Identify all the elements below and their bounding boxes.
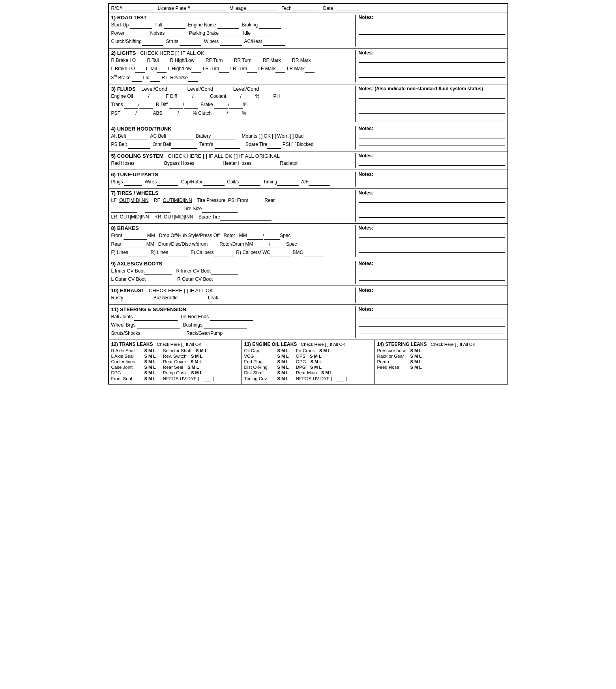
battery-field[interactable]: [211, 134, 236, 140]
plugs-field[interactable]: [124, 180, 142, 186]
coolant-cond[interactable]: [242, 95, 255, 100]
psf-cond[interactable]: [137, 112, 151, 117]
lf-mark-field[interactable]: [275, 67, 285, 73]
r-highlow-field[interactable]: [195, 59, 204, 64]
struts-field[interactable]: [180, 40, 201, 46]
lights-note2[interactable]: [359, 64, 505, 70]
lf-turn-field[interactable]: [219, 67, 229, 73]
r-lines-field[interactable]: [168, 251, 188, 256]
rear-brake-mm-field[interactable]: [123, 243, 146, 248]
abs-cond[interactable]: [179, 112, 193, 117]
axles-note2[interactable]: [359, 274, 505, 281]
noises-field[interactable]: [165, 32, 186, 37]
ac-belt-field[interactable]: [168, 134, 193, 140]
3rd-brake-field[interactable]: [132, 76, 142, 82]
spare-tire-size-field[interactable]: [220, 215, 271, 221]
brakes-note3[interactable]: [359, 246, 505, 253]
af-field[interactable]: [309, 180, 330, 186]
rack-gear-pump-field[interactable]: [224, 332, 268, 337]
reverse-field[interactable]: [188, 76, 198, 82]
steering-note2[interactable]: [359, 320, 505, 327]
psi-front-field[interactable]: [248, 199, 262, 204]
front-rotor-mm-field[interactable]: [247, 234, 263, 240]
struts-shocks-field[interactable]: [140, 332, 184, 337]
r-inner-cv-field[interactable]: [211, 269, 238, 275]
spare-tire-field[interactable]: [267, 143, 281, 149]
wipers-field[interactable]: [220, 40, 242, 46]
rusty-field[interactable]: [123, 297, 151, 302]
r-tail-field[interactable]: [159, 59, 169, 64]
abs-level[interactable]: [164, 112, 178, 117]
psf-level[interactable]: [122, 112, 135, 117]
tuneup-note1[interactable]: [359, 178, 505, 184]
under-hood-note1[interactable]: [359, 132, 505, 138]
brakes-note2[interactable]: [359, 239, 505, 245]
startup-field[interactable]: [130, 23, 152, 29]
under-hood-note2[interactable]: [359, 140, 505, 146]
front-brake-mm-field[interactable]: [124, 234, 147, 240]
exhaust-note1[interactable]: [359, 294, 505, 300]
acheat-field[interactable]: [263, 40, 285, 46]
leak-field[interactable]: [218, 297, 246, 302]
brake-cond[interactable]: [229, 103, 243, 109]
coolant-ph[interactable]: [259, 95, 273, 100]
coolant-level[interactable]: [226, 95, 240, 100]
wires-field[interactable]: [157, 180, 178, 186]
pull-field[interactable]: [164, 23, 185, 29]
r-brake-field[interactable]: [136, 59, 146, 64]
clutch-level[interactable]: [213, 112, 227, 117]
rad-hoses-field[interactable]: [136, 162, 161, 167]
road-test-note1[interactable]: [359, 21, 505, 27]
cap-rotor-field[interactable]: [203, 180, 225, 186]
rear-rotor-mm-field[interactable]: [253, 243, 269, 248]
rf-depth-field[interactable]: [145, 207, 170, 213]
engine-oil-cond[interactable]: [150, 95, 163, 100]
steering-note3[interactable]: [359, 328, 505, 334]
fluids-note2[interactable]: [359, 100, 505, 106]
buzz-rattle-field[interactable]: [178, 297, 205, 302]
engine-oil-level[interactable]: [134, 95, 148, 100]
fluids-note4[interactable]: [359, 115, 505, 121]
front-rotor-spec-field[interactable]: [264, 234, 280, 240]
lights-note1[interactable]: [359, 56, 505, 63]
lr-mark-field[interactable]: [305, 67, 315, 73]
bypass-hoses-field[interactable]: [195, 162, 220, 167]
rf-mark-field[interactable]: [281, 59, 291, 64]
rr-turn-field[interactable]: [251, 59, 261, 64]
tires-note1[interactable]: [359, 196, 505, 203]
tires-note2[interactable]: [359, 204, 505, 210]
steering-note1[interactable]: [359, 313, 505, 319]
parking-brake-field[interactable]: [219, 32, 240, 37]
bushings-field[interactable]: [204, 323, 247, 329]
l-inner-cv-field[interactable]: [144, 269, 172, 275]
l-brake-field[interactable]: [135, 67, 145, 73]
psi-rear-field[interactable]: [275, 199, 288, 204]
ro-field[interactable]: [122, 6, 154, 11]
l-tail-field[interactable]: [157, 67, 167, 73]
f-lines-field[interactable]: [128, 251, 148, 256]
tire-size-field[interactable]: [202, 207, 238, 213]
f-diff-cond[interactable]: [193, 95, 207, 100]
trans-level[interactable]: [124, 103, 138, 109]
f-diff-level[interactable]: [178, 95, 192, 100]
mileage-field[interactable]: [246, 6, 278, 11]
trans-cond[interactable]: [139, 103, 153, 109]
rf-turn-field[interactable]: [223, 59, 232, 64]
radiator-field[interactable]: [298, 162, 324, 167]
r-calipers-field[interactable]: [270, 251, 290, 256]
braking-field[interactable]: [259, 23, 281, 29]
rear-rotor-spec-field[interactable]: [270, 243, 286, 248]
cooling-note1[interactable]: [359, 159, 505, 166]
power-field[interactable]: [126, 32, 148, 37]
wheel-brgs-field[interactable]: [137, 323, 180, 329]
l-outer-cv-field[interactable]: [146, 278, 173, 283]
plate-field[interactable]: [190, 6, 226, 11]
coils-field[interactable]: [239, 180, 260, 186]
r-outer-cv-field[interactable]: [213, 278, 240, 283]
idle-field[interactable]: [252, 32, 274, 37]
tech-field[interactable]: [292, 6, 319, 11]
road-test-note2[interactable]: [359, 28, 505, 35]
date-field[interactable]: [333, 6, 361, 11]
ball-joints-field[interactable]: [134, 315, 178, 321]
trans-uv-dye-field[interactable]: [204, 376, 212, 381]
